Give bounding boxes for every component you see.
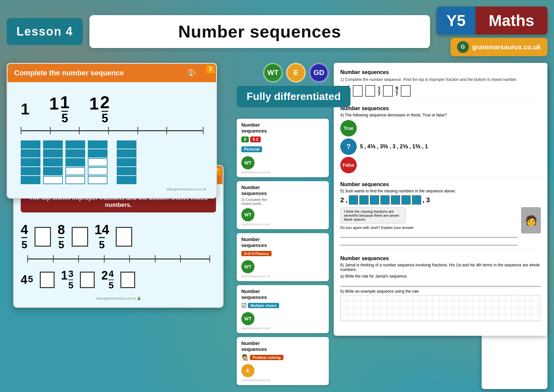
block-empty — [88, 176, 108, 184]
empty-box-b3 — [120, 272, 135, 288]
answer-line-1 — [340, 232, 518, 237]
block — [65, 140, 85, 149]
slide-1-body: 1 1 1 5 1 2 5 — [8, 82, 216, 198]
blocks-row — [14, 137, 209, 187]
q5-speech-area: I think the missing fractions are sevent… — [340, 207, 518, 247]
ws-main-title: Number sequences — [340, 69, 541, 75]
wt-badge-4: WT — [241, 312, 254, 325]
mixed-2: 1 2 5 — [89, 94, 110, 124]
q1-box-4 — [401, 85, 411, 97]
tick-3 — [108, 127, 109, 134]
ws-preview-2: 2) Complete themixed numb... — [241, 198, 324, 206]
q6a-text: a) Write the rule for Jamal's sequence. — [340, 274, 541, 279]
number-line-container — [14, 126, 209, 137]
q5-josh-area: I think the missing fractions are sevent… — [340, 207, 541, 247]
grammarsaurus-url: grammarsaurus.co.uk — [472, 43, 541, 51]
ws-card-5[interactable]: Numbersequences 🧑‍🎨 Problem solving E gr… — [237, 337, 329, 385]
slide-1-header-text: Complete the number sequence — [14, 69, 124, 77]
lesson-label: Lesson 4 — [16, 25, 73, 38]
worksheets-list-area: WT E GD Fully differentiated Numberseque… — [237, 63, 329, 389]
false-button[interactable]: False — [340, 157, 357, 173]
tick-6 — [203, 127, 204, 134]
slide-1-header: Complete the number sequence 3 🎨 — [8, 64, 216, 82]
ws-card-3[interactable]: Numbersequences 2+2=4 Fluency WT grammar… — [237, 233, 329, 281]
main-container: Lesson 4 Number sequences Y5 Maths G gra… — [0, 0, 554, 392]
block — [117, 140, 136, 149]
q5-sequence: 2 , , 3 — [340, 195, 541, 205]
frac-4-5: 4 5 — [21, 222, 28, 251]
badge-e: E — [286, 63, 306, 83]
wt-badge-3: WT — [241, 260, 254, 273]
speech-bubble: I think the missing fractions are sevent… — [340, 207, 406, 224]
block — [21, 176, 40, 184]
ws-footer-3: grammarsaurus.co.uk — [241, 275, 324, 278]
true-button[interactable]: True — [340, 120, 357, 136]
ws-footer-2: grammarsaurus.co.uk — [241, 223, 324, 226]
q4-ws-title: Number sequences — [340, 106, 541, 111]
mixed-4-5: 4 5 — [21, 273, 33, 287]
lesson-badge: Lesson 4 — [7, 18, 83, 45]
ws-type-1: WT — [241, 155, 324, 169]
block-group-4 — [88, 140, 108, 184]
block — [43, 149, 63, 158]
badge-wt: WT — [263, 63, 283, 83]
top-fractions: 4 5 8 5 14 5 — [21, 219, 216, 254]
block — [43, 140, 63, 149]
right-panel: WT E GD Fully differentiated Numberseque… — [237, 63, 547, 389]
subject-label: Maths — [489, 12, 534, 29]
q1-box-2 — [365, 85, 375, 97]
frac-14-5: 14 5 — [95, 222, 109, 251]
wt-badge-2: WT — [241, 208, 254, 221]
question-circle: ? — [340, 138, 357, 155]
q1-box-3 — [383, 85, 393, 97]
year-label: Y5 — [446, 12, 466, 29]
block — [88, 140, 108, 149]
ws-title-5: Numbersequences — [241, 340, 324, 352]
q1-text: 1) Complete the number sequence. Find th… — [340, 77, 541, 82]
block-empty — [88, 158, 108, 166]
top-right-area: Y5 Maths G grammarsaurus.co.uk — [437, 7, 547, 56]
ws-card-1[interactable]: Numbersequences 8 6 2 Pictorial WT gramm… — [237, 119, 329, 177]
tick-5 — [166, 127, 167, 134]
ws-footer-4: grammarsaurus.co.uk — [241, 327, 324, 330]
grammarsaurus-logo: G — [457, 41, 469, 53]
ws-title-2: Numbersequences — [241, 184, 324, 196]
e-badge-5: E — [241, 364, 254, 377]
ws-title-3: Numbersequences — [241, 236, 324, 248]
q1-box-1 — [353, 85, 363, 97]
ws-type-3: WT — [241, 259, 324, 273]
number-line — [21, 130, 203, 131]
slides-panel: Complete the number sequence 3 🎨 1 1 1 5 — [7, 63, 230, 389]
year-badge: Y5 — [437, 7, 476, 35]
ws-card-4[interactable]: Numbersequences ☑ Multiple choice WT gra… — [237, 285, 329, 333]
mixed-1: 1 1 5 — [49, 94, 70, 124]
block-empty — [88, 167, 108, 175]
worksheets-main-area: Number sequences 1) Complete the number … — [334, 63, 547, 389]
q6-section: Number sequences 6) Jamal is thinking of… — [340, 256, 541, 325]
number-line-2 — [21, 254, 216, 265]
q5-text: 5) Josh wants to find the missing number… — [340, 189, 541, 193]
josh-character: 🧑 — [521, 207, 541, 233]
block — [21, 149, 40, 158]
block — [21, 167, 40, 175]
q6a-line — [340, 281, 541, 286]
block-empty — [65, 167, 85, 175]
block — [65, 149, 85, 158]
block — [117, 149, 136, 158]
empty-box-3 — [116, 227, 132, 247]
slide-1: Complete the number sequence 3 🎨 1 1 1 5 — [7, 63, 217, 199]
block — [43, 158, 63, 166]
block — [117, 158, 136, 166]
num-1: 1 — [21, 100, 30, 118]
q4-text: 4) The following sequence decreases in t… — [340, 113, 541, 117]
fully-differentiated-label: Fully differentiated — [237, 86, 350, 107]
grammarsaurus-box: G grammarsaurus.co.uk — [450, 38, 547, 56]
badge-gd: GD — [309, 63, 329, 83]
tick-0 — [21, 127, 21, 134]
frac-8-5: 8 5 — [58, 222, 65, 251]
block-group-1 — [21, 140, 40, 184]
page-title: Number sequences — [103, 22, 417, 41]
ws-card-2[interactable]: Numbersequences 2) Complete themixed num… — [237, 181, 329, 229]
mixed-1-3-5: 1 3 5 — [61, 269, 74, 291]
ws-tags-1: 8 6 2 — [241, 135, 324, 144]
